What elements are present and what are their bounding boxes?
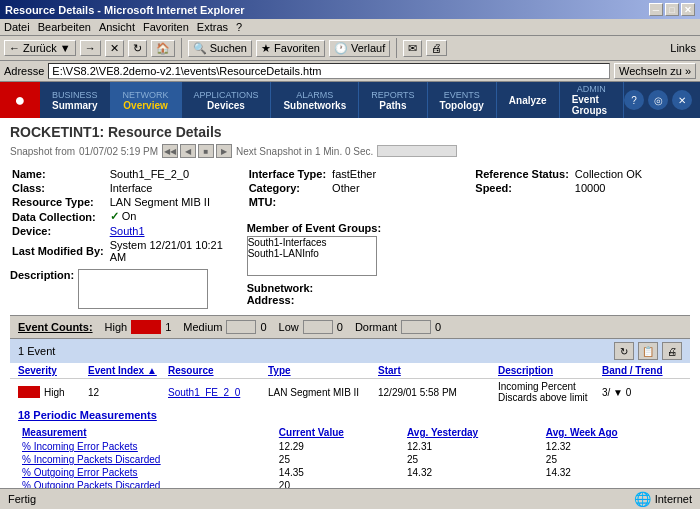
resource-link[interactable]: South1_FE_2_0: [168, 387, 240, 398]
next-snapshot-label: Next Snapshot in 1 Min. 0 Sec.: [236, 146, 373, 157]
resource-info-middle: Interface Type: fastEther Category: Othe…: [237, 166, 464, 309]
close-icon-btn[interactable]: ✕: [672, 90, 692, 110]
menu-bearbeiten[interactable]: Bearbeiten: [38, 21, 91, 33]
favorites-button[interactable]: ★ Favoriten: [256, 40, 325, 57]
menu-datei[interactable]: Datei: [4, 21, 30, 33]
medium-label: Medium: [183, 321, 222, 333]
menu-bar: Datei Bearbeiten Ansicht Favoriten Extra…: [0, 19, 700, 36]
nav-business[interactable]: BUSINESS Summary: [40, 82, 111, 118]
menu-extras[interactable]: Extras: [197, 21, 228, 33]
back-button[interactable]: ← Zurück ▼: [4, 40, 76, 56]
maximize-button[interactable]: □: [665, 3, 679, 16]
measurements-title[interactable]: 18 Periodic Measurements: [18, 409, 682, 421]
event-counts-label[interactable]: Event Counts:: [18, 321, 93, 333]
refresh-button[interactable]: ↻: [128, 40, 147, 57]
separator2: [396, 38, 397, 58]
address-label: Address:: [247, 294, 295, 306]
start-value: 12/29/01 5:58 PM: [378, 387, 498, 398]
info-icon-btn[interactable]: ◎: [648, 90, 668, 110]
snap-prev-button[interactable]: ◀: [180, 144, 196, 158]
nav-analyze-sub: Analyze: [509, 95, 547, 106]
events-toolbar: ↻ 📋 🖨: [614, 342, 682, 360]
nav-reports[interactable]: REPORTS Paths: [359, 82, 427, 118]
meas-col-current[interactable]: Current Value: [275, 425, 403, 440]
reference-status-value: Collection OK: [575, 168, 642, 180]
print-button[interactable]: 🖨: [426, 40, 447, 56]
col-band-trend[interactable]: Band / Trend: [602, 365, 682, 376]
events-print-button[interactable]: 🖨: [662, 342, 682, 360]
nav-admin[interactable]: ADMIN Event Groups: [560, 82, 624, 118]
stop-button[interactable]: ✕: [105, 40, 124, 57]
minimize-button[interactable]: ─: [649, 3, 663, 16]
meas-name-3[interactable]: % Outgoing Error Packets: [22, 467, 138, 478]
description-label: Description:: [10, 269, 74, 281]
meas-col-yesterday[interactable]: Avg. Yesterday: [403, 425, 542, 440]
meas-name-1[interactable]: % Incoming Error Packets: [22, 441, 138, 452]
links-label: Links: [670, 42, 696, 54]
address-bar: Adresse Wechseln zu »: [0, 61, 700, 82]
col-severity[interactable]: Severity: [18, 365, 88, 376]
mail-button[interactable]: ✉: [403, 40, 422, 57]
meas-col-name[interactable]: Measurement: [18, 425, 275, 440]
resource-info-left: Name: South1_FE_2_0 Class: Interface Res…: [10, 166, 237, 309]
meas-yesterday-3: 14.32: [403, 466, 542, 479]
nav-network[interactable]: NETWORK Overview: [111, 82, 182, 118]
page-title: ROCKETINT1: Resource Details: [10, 124, 690, 140]
history-button[interactable]: 🕐 Verlauf: [329, 40, 390, 57]
menu-ansicht[interactable]: Ansicht: [99, 21, 135, 33]
events-copy-button[interactable]: 📋: [638, 342, 658, 360]
status-bar: Fertig 🌐 Internet: [0, 488, 700, 508]
col-description[interactable]: Description: [498, 365, 602, 376]
meas-col-week[interactable]: Avg. Week Ago: [542, 425, 682, 440]
col-resource[interactable]: Resource: [168, 365, 268, 376]
nav-alarms[interactable]: ALARMS Subnetworks: [271, 82, 359, 118]
nav-applications[interactable]: APPLICATIONS Devices: [182, 82, 272, 118]
col-start[interactable]: Start: [378, 365, 498, 376]
home-button[interactable]: 🏠: [151, 40, 175, 57]
forward-button[interactable]: →: [80, 40, 101, 56]
meas-yesterday-1: 12.31: [403, 440, 542, 453]
nav-events-title: EVENTS: [444, 90, 480, 100]
content-area: ROCKETINT1: Resource Details Snapshot fr…: [0, 118, 700, 488]
nav-analyze[interactable]: Analyze: [497, 82, 560, 118]
name-value: South1_FE_2_0: [110, 168, 235, 180]
window-title: Resource Details - Microsoft Internet Ex…: [5, 4, 245, 16]
events-refresh-button[interactable]: ↻: [614, 342, 634, 360]
snap-next-button[interactable]: ▶: [216, 144, 232, 158]
meas-yesterday-4: [403, 479, 542, 488]
meas-name-2[interactable]: % Incoming Packets Discarded: [22, 454, 160, 465]
event-group-item-2: South1-LANInfo: [248, 248, 376, 259]
snapshot-controls: ◀◀ ◀ ■ ▶: [162, 144, 232, 158]
col-event-index[interactable]: Event Index ▲: [88, 365, 168, 376]
menu-help[interactable]: ?: [236, 21, 242, 33]
meas-row-4: % Outgoing Packets Discarded 20: [18, 479, 682, 488]
meas-current-3: 14.35: [275, 466, 403, 479]
snap-back-button[interactable]: ◀◀: [162, 144, 178, 158]
help-icon-btn[interactable]: ?: [624, 90, 644, 110]
address-input[interactable]: [48, 63, 610, 79]
device-link[interactable]: South1: [110, 225, 145, 237]
mtu-label: MTU:: [249, 196, 330, 208]
close-button[interactable]: ✕: [681, 3, 695, 16]
nav-sections: BUSINESS Summary NETWORK Overview APPLIC…: [40, 82, 624, 118]
description-textarea[interactable]: [78, 269, 208, 309]
snap-stop-button[interactable]: ■: [198, 144, 214, 158]
search-button[interactable]: 🔍 Suchen: [188, 40, 252, 57]
interface-type-label: Interface Type:: [249, 168, 330, 180]
dormant-count-box: Dormant 0: [355, 320, 441, 334]
go-button[interactable]: Wechseln zu »: [614, 63, 696, 79]
event-group-item-1: South1-Interfaces: [248, 237, 376, 248]
nav-events[interactable]: EVENTS Topology: [428, 82, 497, 118]
meas-name-4[interactable]: % Outgoing Packets Discarded: [22, 480, 160, 488]
col-type[interactable]: Type: [268, 365, 378, 376]
device-label: Device:: [12, 225, 108, 237]
dormant-count: 0: [435, 321, 441, 333]
low-label: Low: [279, 321, 299, 333]
meas-week-3: 14.32: [542, 466, 682, 479]
events-section: 1 Event ↻ 📋 🖨 Severity Event Index ▲ Res…: [10, 339, 690, 405]
meas-row-2: % Incoming Packets Discarded 25 25 25: [18, 453, 682, 466]
nav-bar: ● BUSINESS Summary NETWORK Overview APPL…: [0, 82, 700, 118]
meas-row-3: % Outgoing Error Packets 14.35 14.32 14.…: [18, 466, 682, 479]
events-header: 1 Event ↻ 📋 🖨: [10, 339, 690, 363]
menu-favoriten[interactable]: Favoriten: [143, 21, 189, 33]
